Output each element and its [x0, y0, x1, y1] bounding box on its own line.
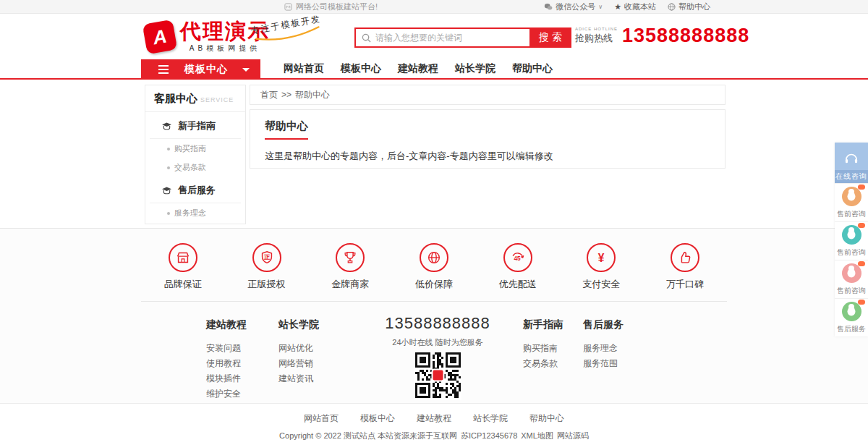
qq-icon [846, 303, 857, 319]
nav-item-academy[interactable]: 站长学院 [455, 62, 495, 75]
search-bar: 搜 索 [354, 27, 571, 48]
hotline: ADICE HOTLINE 抢购热线 13588888888 [575, 26, 749, 45]
footer-phone: 13588888888 [362, 314, 514, 333]
logo-badge-icon: A [142, 20, 178, 55]
breadcrumb: 首页 >> 帮助中心 [250, 85, 726, 105]
site-source-link[interactable]: 网站源码 [557, 431, 589, 441]
favorite-link[interactable]: ★ 收藏本站 [614, 1, 656, 12]
footer-col-tutorials: 建站教程 安装问题 使用教程 模块插件 维护安全 [206, 318, 247, 402]
notification-badge [858, 300, 865, 305]
chevron-down-icon: ∨ [598, 4, 603, 10]
qq-presale-1[interactable]: 售前咨询 [835, 183, 868, 221]
favorite-label: 收藏本站 [624, 1, 656, 12]
nav-item-templates[interactable]: 模板中心 [341, 62, 381, 75]
graduation-cap-icon [161, 186, 172, 195]
sidebar-group-newbie[interactable]: 新手指南 [150, 112, 241, 139]
wechat-label: 微信公众号 [556, 1, 595, 12]
star-icon: ★ [614, 2, 621, 12]
content-box: 帮助中心 这里是帮助中心的专题内容，后台-文章内容-专题内容里可以编辑修改 [250, 109, 726, 169]
site-badge-icon [284, 3, 292, 11]
feature-reputation: 万千口碑 [649, 243, 721, 301]
bottom-link-tutorials[interactable]: 建站教程 [417, 412, 451, 425]
feature-low-price: 低价保障 [398, 243, 470, 301]
bottom-link-home[interactable]: 网站首页 [304, 412, 339, 425]
footer-link[interactable]: 服务理念 [583, 341, 624, 356]
sidebar-group-aftersale[interactable]: 售后服务 [150, 177, 241, 203]
feature-delivery: 45 优先配送 [482, 243, 554, 301]
bullet-dot-icon [167, 212, 170, 215]
wechat-icon [544, 3, 553, 11]
shield-icon: 正 [252, 243, 281, 272]
main-nav: 模板中心 网站首页 模板中心 建站教程 站长学院 帮助中心 [0, 59, 868, 80]
qq-presale-2[interactable]: 售前咨询 [835, 221, 868, 260]
nav-item-tutorials[interactable]: 建站教程 [398, 62, 438, 75]
notification-badge [858, 185, 865, 190]
footer-link[interactable]: 安装问题 [206, 341, 247, 356]
qr-code [414, 352, 461, 400]
footer-link[interactable]: 服务范围 [583, 356, 624, 371]
header: A 代理演示 AB模板网提供 专注于模板开发 搜 索 ADICE HOTLINE… [0, 14, 868, 59]
features-section: 品牌保证 正 正版授权 金牌商家 低价保障 [0, 228, 868, 302]
breadcrumb-separator: >> [281, 90, 292, 100]
caret-down-icon [242, 68, 250, 72]
globe-icon [420, 243, 448, 272]
topbar: 网络公司模板建站平台! 微信公众号 ∨ ★ 收藏本站 帮助中心 [0, 0, 868, 14]
topbar-links: 微信公众号 ∨ ★ 收藏本站 帮助中心 [544, 1, 710, 12]
help-link[interactable]: 帮助中心 [668, 1, 710, 12]
sidebar-item-service-concept[interactable]: 服务理念 [145, 203, 245, 222]
sidebar-header: 客服中心SERVICE [145, 85, 245, 112]
page-title: 帮助中心 [265, 119, 308, 140]
logo-slogan: 专注于模板开发 [250, 13, 326, 51]
footer-link[interactable]: 网站优化 [278, 341, 319, 356]
footer-link[interactable]: 交易条款 [523, 356, 563, 371]
breadcrumb-home[interactable]: 首页 [260, 89, 278, 101]
sidebar-title-en: SERVICE [200, 96, 234, 103]
feature-license: 正 正版授权 [231, 243, 303, 301]
footer: 建站教程 安装问题 使用教程 模块插件 维护安全 站长学院 网站优化 网络营销 … [0, 302, 868, 403]
nav-category-button[interactable]: 模板中心 [141, 59, 260, 80]
footer-col-academy: 站长学院 网站优化 网络营销 建站资讯 [278, 318, 319, 386]
sidebar-item-trade-terms[interactable]: 交易条款 [145, 158, 245, 177]
feature-gold-seller: 金牌商家 [314, 243, 386, 301]
qq-presale-3[interactable]: 售前咨询 [835, 260, 868, 298]
online-consult-button[interactable]: 在线咨询 [835, 143, 868, 183]
search-icon [362, 33, 371, 43]
search-input[interactable] [375, 29, 529, 46]
footer-link[interactable]: 建站资讯 [278, 371, 319, 386]
thumbs-up-icon [671, 243, 699, 272]
main-area: 客服中心SERVICE 新手指南 购买指南 交易条款 售后服务 [0, 81, 868, 228]
search-button[interactable]: 搜 索 [529, 27, 571, 48]
floating-contact-rail: 在线咨询 售前咨询 售前咨询 [835, 143, 868, 336]
footer-link[interactable]: 维护安全 [206, 386, 247, 402]
help-label: 帮助中心 [678, 1, 710, 12]
footer-contact: 13588888888 24小时在线 随时为您服务 [362, 314, 514, 400]
qq-icon [846, 226, 857, 242]
bottom-link-templates[interactable]: 模板中心 [360, 412, 395, 425]
topbar-welcome: 网络公司模板建站平台! [284, 1, 378, 12]
hamburger-icon [158, 65, 169, 74]
bottom-link-help[interactable]: 帮助中心 [529, 412, 564, 425]
bullet-dot-icon [167, 166, 170, 169]
copyright: Copyright © 2022 测试站点 本站资源来源于互联网 苏ICP123… [0, 431, 868, 441]
bottom-link-academy[interactable]: 站长学院 [473, 412, 508, 425]
headset-icon [843, 151, 859, 167]
welcome-text: 网络公司模板建站平台! [296, 1, 378, 12]
nav-item-help[interactable]: 帮助中心 [512, 62, 553, 75]
svg-text:¥: ¥ [598, 252, 605, 264]
xml-map-link[interactable]: XML地图 [521, 431, 553, 441]
wechat-link[interactable]: 微信公众号 ∨ [544, 1, 603, 12]
trophy-icon [336, 243, 365, 272]
footer-link[interactable]: 购买指南 [523, 341, 563, 356]
copyright-text: Copyright © 2022 测试站点 本站资源来源于互联网 [279, 431, 457, 441]
footer-link[interactable]: 使用教程 [206, 356, 247, 371]
footer-link[interactable]: 模块插件 [206, 371, 247, 386]
nav-item-home[interactable]: 网站首页 [284, 62, 324, 75]
bottom-bar: 网站首页 模板中心 建站教程 站长学院 帮助中心 Copyright © 202… [0, 403, 868, 445]
notification-badge [858, 223, 865, 228]
sidebar-item-buy-guide[interactable]: 购买指南 [145, 139, 245, 158]
globe-small-icon [668, 3, 676, 11]
svg-text:45: 45 [514, 255, 521, 262]
footer-link[interactable]: 网络营销 [278, 356, 319, 371]
icp-link[interactable]: 苏ICP12345678 [461, 431, 517, 441]
qq-aftersale[interactable]: 售后服务 [835, 298, 868, 336]
